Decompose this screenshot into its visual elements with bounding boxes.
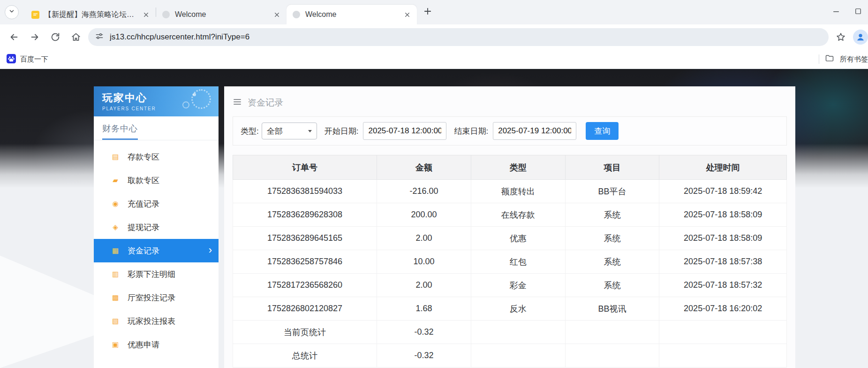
table-row: 17528172365682602.00彩金系统2025-07-18 18:57…: [233, 274, 787, 297]
refresh-button[interactable]: [47, 29, 64, 46]
table-cell: 红包: [471, 250, 565, 274]
table-cell: [471, 321, 565, 344]
report-chart-icon: ▧: [111, 317, 120, 325]
table-cell: 2025-07-18 18:58:09: [659, 227, 787, 250]
profile-avatar[interactable]: [853, 30, 868, 45]
sidebar-item-label: 资金记录: [128, 245, 159, 256]
table-row: 当前页统计-0.32: [233, 321, 787, 344]
fund-records-table: 订单号金额类型项目处理时间 1752836381594033-216.00额度转…: [233, 155, 787, 368]
table-cell: BB平台: [565, 180, 659, 203]
bookmark-baidu[interactable]: 百度一下: [7, 54, 48, 65]
navigation-bar: js13.cc/hhcp/usercenter.html?iniType=6: [0, 24, 868, 50]
table-cell: 1752826802120827: [233, 297, 377, 321]
search-button[interactable]: 查询: [586, 122, 619, 140]
column-header: 项目: [565, 155, 659, 180]
recharge-coin-icon: ◉: [111, 199, 120, 208]
minimize-button[interactable]: [831, 7, 841, 18]
decor-circle: [193, 93, 196, 96]
table-row: 175283625875784610.00红包系统2025-07-18 18:5…: [233, 250, 787, 274]
sidebar-item-lottery-bet-details[interactable]: ▥ 彩票下注明细: [94, 262, 219, 286]
start-date-input[interactable]: [363, 122, 446, 140]
table-cell: 10.00: [377, 250, 471, 274]
table-cell: -0.32: [377, 344, 471, 368]
column-header: 类型: [471, 155, 565, 180]
sidebar-item-label: 优惠申请: [128, 339, 159, 350]
column-header: 订单号: [233, 155, 377, 180]
web-page: 玩家中心 PLAYERS CENTER 财务中心 ▤ 存款专区 ▰ 取款专区: [0, 69, 868, 368]
page-title: 资金记录: [248, 97, 283, 109]
table-cell: 200.00: [377, 203, 471, 227]
table-cell: 1752836289628308: [233, 203, 377, 227]
table-cell: 2025-07-18 18:58:09: [659, 203, 787, 227]
new-tab-button[interactable]: [421, 5, 435, 19]
table-cell: -216.00: [377, 180, 471, 203]
tab-search-button[interactable]: [5, 5, 19, 19]
table-cell: [471, 344, 565, 368]
sidebar-item-withdraw-zone[interactable]: ▰ 取款专区: [94, 169, 219, 192]
table-cell: 1.68: [377, 297, 471, 321]
hall-grid-icon: ▩: [111, 293, 120, 302]
table-cell: 系统: [565, 274, 659, 297]
sidebar-section-wrap: 财务中心: [94, 116, 219, 140]
table-cell: 2025-07-18 18:57:32: [659, 274, 787, 297]
tab-close-icon[interactable]: [142, 10, 150, 19]
column-header: 处理时间: [659, 155, 787, 180]
tab-title: Welcome: [175, 10, 268, 19]
table-cell: 系统: [565, 227, 659, 250]
table-cell: 系统: [565, 203, 659, 227]
folder-icon[interactable]: [825, 54, 834, 65]
sidebar-section-finance[interactable]: 财务中心: [102, 123, 138, 140]
tab-title: Welcome: [305, 10, 398, 19]
table-cell: BB视讯: [565, 297, 659, 321]
withdraw-wallet-icon: ▰: [111, 176, 120, 184]
back-button[interactable]: [6, 29, 23, 46]
type-select-value: 全部: [267, 126, 283, 137]
sidebar-item-recharge-records[interactable]: ◉ 充值记录: [94, 192, 219, 215]
table-cell: 2.00: [377, 274, 471, 297]
sidebar-item-fund-records[interactable]: ▦ 资金记录 ›: [94, 239, 219, 262]
table-cell: [659, 321, 787, 344]
chevron-down-icon: [308, 130, 312, 132]
hamburger-menu-icon[interactable]: [233, 97, 242, 108]
tab-welcome-1[interactable]: Welcome: [156, 5, 287, 24]
table-cell: 2025-07-18 18:59:42: [659, 180, 787, 203]
sidebar-item-promo-application[interactable]: ▣ 优惠申请: [94, 333, 219, 356]
tab-welcome-2-active[interactable]: Welcome: [287, 5, 417, 24]
table-cell: 1752817236568260: [233, 274, 377, 297]
table-row: 1752836381594033-216.00额度转出BB平台2025-07-1…: [233, 180, 787, 203]
sidebar-item-hall-bet-records[interactable]: ▩ 厅室投注记录: [94, 286, 219, 309]
sidebar-item-deposit-zone[interactable]: ▤ 存款专区: [94, 145, 219, 169]
all-bookmarks-label[interactable]: 所有书签: [840, 55, 868, 64]
sidebar-item-player-bet-report[interactable]: ▧ 玩家投注报表: [94, 309, 219, 333]
decor-circle: [182, 101, 189, 108]
table-row: 1752836289628308200.00在线存款系统2025-07-18 1…: [233, 203, 787, 227]
tab-forum[interactable]: 【新提醒】海燕策略论坛综合av: [25, 5, 156, 24]
table-header-row: 订单号金额类型项目处理时间: [233, 155, 787, 180]
table-cell: 当前页统计: [233, 321, 377, 344]
table-cell: 优惠: [471, 227, 565, 250]
tab-close-icon[interactable]: [403, 10, 411, 19]
tab-strip: 【新提醒】海燕策略论坛综合av Welcome Welcome: [0, 0, 868, 24]
home-button[interactable]: [68, 29, 84, 46]
end-date-input[interactable]: [493, 122, 576, 140]
panel-header: 资金记录: [224, 86, 795, 116]
url-bar[interactable]: js13.cc/hhcp/usercenter.html?iniType=6: [88, 28, 829, 46]
baidu-favicon-icon: [7, 54, 16, 65]
welcome-favicon-icon: [162, 10, 170, 19]
table-body: 1752836381594033-216.00额度转出BB平台2025-07-1…: [233, 180, 787, 368]
sidebar-item-label: 存款专区: [128, 152, 159, 162]
table-cell: 1752836381594033: [233, 180, 377, 203]
forward-button[interactable]: [26, 29, 43, 46]
tab-title: 【新提醒】海燕策略论坛综合av: [44, 10, 137, 20]
sidebar-menu: ▤ 存款专区 ▰ 取款专区 ◉ 充值记录 ◈ 提现记录 ▦ 资金记录: [94, 140, 219, 356]
table-cell: 2025-07-18 18:57:38: [659, 250, 787, 274]
sidebar-item-withdrawal-records[interactable]: ◈ 提现记录: [94, 215, 219, 239]
tab-close-icon[interactable]: [272, 10, 281, 19]
promo-gift-icon: ▣: [111, 340, 120, 349]
site-info-icon[interactable]: [95, 31, 104, 43]
bookmark-star-icon[interactable]: [832, 29, 849, 46]
type-select[interactable]: 全部: [262, 123, 317, 139]
forum-favicon-icon: [31, 10, 39, 19]
deposit-card-icon: ▤: [111, 153, 120, 161]
maximize-button[interactable]: [854, 7, 862, 17]
